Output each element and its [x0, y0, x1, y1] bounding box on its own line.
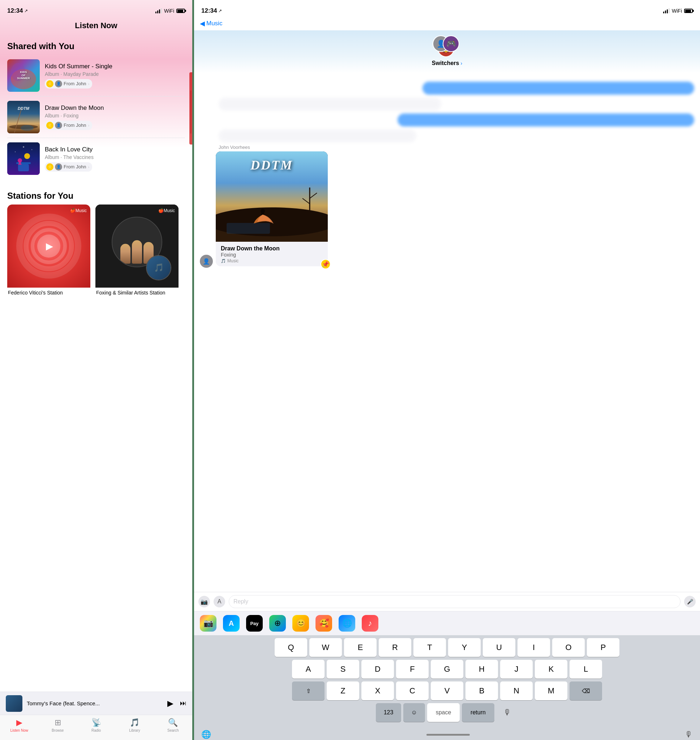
keyboard: Q W E R T Y U I O P A S D F G H J K L ⇧ … [194, 635, 700, 728]
location-arrow-left: ↗ [24, 8, 28, 13]
album-item-bilc[interactable]: ★ ✦ ✦ Back In Love City Album · The Vacc… [7, 138, 185, 179]
tab-radio[interactable]: 📡 Radio [77, 718, 115, 733]
keyboard-accessories-row: 🌐 🎙 [194, 728, 700, 740]
apple-music-badge-1: 🍎Music [70, 208, 87, 213]
album-name-kids-summer: Kids Of Summer - Single [45, 63, 185, 70]
key-k[interactable]: K [535, 660, 568, 678]
station-viticci[interactable]: ▶ 🍎Music Federico Viticci's Station [7, 204, 90, 295]
mic-key[interactable]: 🎙 [497, 703, 518, 722]
tab-browse[interactable]: ⊞ Browse [38, 718, 76, 733]
tab-listen-now[interactable]: ▶ Listen Now [0, 718, 38, 733]
home-bar [426, 734, 470, 736]
key-f[interactable]: F [396, 660, 429, 678]
music-card-title: Draw Down the Moon [221, 245, 323, 252]
key-u[interactable]: U [483, 638, 515, 657]
key-z[interactable]: Z [327, 681, 359, 700]
key-y[interactable]: Y [448, 638, 481, 657]
key-p[interactable]: P [587, 638, 619, 657]
key-e[interactable]: E [344, 638, 376, 657]
key-h[interactable]: H [465, 660, 498, 678]
group-name: Switchers [432, 60, 459, 66]
shift-key[interactable]: ⇧ [292, 681, 325, 700]
messages-app-panel: 12:34 ↗ WiFi ◀ Music 👤 [194, 0, 700, 740]
key-q[interactable]: Q [275, 638, 307, 657]
key-d[interactable]: D [362, 660, 394, 678]
from-badge-bilc[interactable]: ⭐ 👤 From John › [45, 162, 92, 172]
play-button[interactable]: ▶ [167, 699, 174, 708]
station-viticci-name: Federico Viticci's Station [7, 290, 90, 295]
key-g[interactable]: G [431, 660, 463, 678]
globe-key[interactable]: 🌐 [201, 730, 211, 739]
svg-text:★: ★ [22, 145, 25, 148]
fast-forward-button[interactable]: ⏭ [180, 700, 187, 707]
key-b[interactable]: B [465, 681, 498, 700]
status-bar-left: 12:34 ↗ WiFi [0, 0, 192, 18]
key-a[interactable]: A [292, 660, 325, 678]
number-key[interactable]: 123 [376, 703, 401, 722]
camera-button[interactable]: 📷 [199, 596, 210, 607]
tray-safari[interactable]: 🌐 [338, 615, 355, 631]
from-badge-kids-summer[interactable]: ⭐ 👤 From John › [45, 79, 92, 88]
tray-fitness[interactable]: ⊕ [269, 615, 286, 631]
tray-memoji-1[interactable]: 😊 [293, 615, 309, 631]
music-card-wrapper[interactable]: DDTM Draw Down the Moon Foxing 🎵 Music [216, 151, 328, 266]
key-r[interactable]: R [379, 638, 411, 657]
tab-library[interactable]: 🎵 Library [115, 718, 154, 733]
key-x[interactable]: X [362, 681, 394, 700]
music-card-art: DDTM [216, 151, 328, 242]
key-w[interactable]: W [309, 638, 342, 657]
key-s[interactable]: S [327, 660, 359, 678]
emoji-key[interactable]: ☺ [403, 703, 425, 722]
message-row-music: 👤 [200, 151, 694, 268]
album-subtitle-bilc: Album · The Vaccines [45, 154, 185, 160]
from-person-avatar: 👤 [55, 80, 62, 87]
key-t[interactable]: T [413, 638, 446, 657]
station-foxing-art: 🎵 🍎Music [96, 204, 178, 288]
content-scroll[interactable]: Shared with You KIDSOFSUMMER Kids Of Sum… [0, 35, 192, 740]
from-badge-ddtm[interactable]: ⭐ 👤 From John › [45, 121, 92, 130]
back-chevron-icon: ◀ [200, 19, 205, 28]
appstore-icon: A [229, 619, 234, 628]
shared-album-list: KIDSOFSUMMER Kids Of Summer - Single Alb… [0, 55, 192, 179]
group-avatar-2: 🎮 [443, 35, 459, 52]
tray-music[interactable]: ♪ [362, 615, 378, 631]
key-m[interactable]: M [535, 681, 568, 700]
album-subtitle-ddtm: Album · Foxing [45, 113, 185, 119]
now-playing-bar[interactable]: Tommy's Face (feat. Spence... ▶ ⏭ [0, 692, 192, 715]
station-foxing[interactable]: 🎵 🍎Music Foxing & Similar Artists Statio… [96, 204, 178, 295]
tray-applepay[interactable]: Pay [246, 615, 263, 631]
return-key[interactable]: return [462, 703, 494, 722]
reaction-badge: 📌 [321, 259, 331, 269]
key-c[interactable]: C [396, 681, 429, 700]
delete-key[interactable]: ⌫ [569, 681, 602, 700]
back-label: Music [206, 20, 222, 27]
audio-icon: 🎤 [687, 599, 693, 605]
group-name-row[interactable]: Switchers › [432, 60, 462, 66]
space-key[interactable]: space [427, 703, 460, 722]
app-store-button[interactable]: A [213, 596, 225, 607]
status-bar-right: 12:34 ↗ WiFi [194, 0, 700, 18]
key-o[interactable]: O [552, 638, 585, 657]
key-i[interactable]: I [518, 638, 550, 657]
chat-area[interactable]: John Voorhees 👤 [194, 73, 700, 592]
now-playing-art [6, 695, 22, 712]
wifi-icon-left: WiFi [164, 8, 174, 14]
svg-rect-23 [226, 223, 270, 234]
signal-bars-left [155, 8, 162, 13]
tray-memoji-2[interactable]: 🥰 [316, 615, 332, 631]
key-v[interactable]: V [431, 681, 463, 700]
audio-button[interactable]: 🎤 [684, 596, 696, 607]
dictation-key[interactable]: 🎙 [685, 730, 693, 739]
emoji-icon: ☺ [411, 709, 417, 716]
key-n[interactable]: N [500, 681, 533, 700]
album-item-ddtm[interactable]: DDTM Draw Down the Moon Album · Foxing ⭐… [7, 97, 185, 138]
key-l[interactable]: L [569, 660, 602, 678]
reply-input[interactable] [229, 595, 681, 608]
tab-search[interactable]: 🔍 Search [154, 718, 192, 733]
key-j[interactable]: J [500, 660, 533, 678]
tray-appstore[interactable]: A [223, 615, 240, 631]
tray-photos[interactable]: 📷 [200, 615, 216, 631]
album-item-kids-summer[interactable]: KIDSOFSUMMER Kids Of Summer - Single Alb… [7, 55, 185, 97]
from-chevron-3: › [88, 165, 90, 169]
back-button[interactable]: ◀ Music [200, 19, 222, 28]
